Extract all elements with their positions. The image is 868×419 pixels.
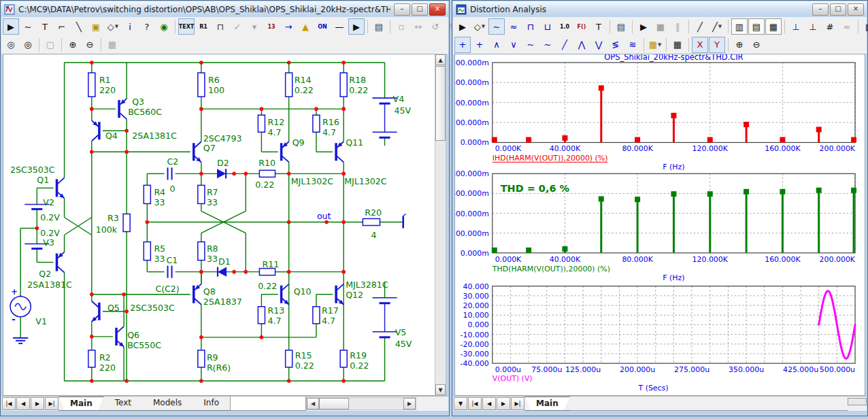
vip-toggle-icon[interactable]: ✓ [229,18,246,35]
text-mode-icon[interactable]: T [37,18,53,35]
tab-info[interactable]: Info [193,397,230,410]
go-to-branch-icon[interactable]: ▦▼ [647,37,663,53]
grid-vertical-icon[interactable]: ▥ [731,18,748,35]
cursor-mode-icon[interactable]: ~ [488,18,505,35]
grid-horizontal-icon[interactable]: ▤ [748,18,765,35]
high-icon[interactable]: ~ [522,37,539,53]
expression-label[interactable]: IHD(HARM(V(OUT)),20000) (%) [493,154,608,163]
dropdown-arrow-icon[interactable]: ▼ [115,24,118,29]
probe-tool-icon[interactable]: ▶ [348,18,365,35]
current-display-toggle-icon[interactable]: → [280,18,297,35]
cursor-axis-1-icon[interactable]: ⊥ [788,18,804,35]
schematic-horizontal-scrollbar[interactable]: ◀ ▶ [306,397,416,410]
horizontal-cursor-icon[interactable]: + [454,37,471,53]
nav-button[interactable]: ▶| [45,397,59,410]
scroll-left-icon[interactable]: ◀ [307,398,319,409]
cursor-axis-2-icon[interactable]: ⊥ [805,18,821,35]
help-mode-icon[interactable]: ? [139,18,155,35]
nav-button[interactable]: |◀ [468,397,482,410]
global-low-icon[interactable]: ⋁ [590,37,607,53]
expression-label[interactable]: THD(HARM(V(OUT)),20000) (%) [492,265,610,273]
tab-main[interactable]: Main [59,397,104,410]
nav-button[interactable]: ▶ [31,397,44,410]
harmonic-mode-icon[interactable]: ≈ [505,18,522,35]
zoom-in-icon[interactable]: ⊕ [731,37,748,53]
smoothing-icon[interactable]: ≈ [839,18,855,35]
find-part-icon[interactable]: ◎ [3,37,19,53]
schematic-vertical-scrollbar[interactable]: ▲ ▼ [435,54,446,396]
dropdown-arrow-icon[interactable]: ▼ [658,42,661,48]
node-number-toggle-icon[interactable]: ⊓ [212,18,229,35]
shape-mode-icon[interactable]: ◇▼ [471,18,488,35]
expression-label[interactable]: V(OUT) (V) [493,374,533,383]
line-tool-icon[interactable]: ╱ [692,18,708,35]
close-button[interactable]: × [429,3,446,16]
analysis-titlebar[interactable]: Distortion Analysis – □ × [453,1,867,18]
wire-mode-icon[interactable]: ~ [20,18,36,35]
stop-icon[interactable]: ■ [652,18,669,35]
select-tool-icon[interactable]: ▶ [3,18,19,35]
box-mode-icon[interactable]: ⊓ [522,18,539,35]
scroll-down-icon[interactable]: ▼ [435,384,446,395]
grid-dots-icon[interactable]: ▦ [765,18,782,35]
nav-button[interactable]: ▶ [497,397,510,410]
dropdown-arrow-icon[interactable]: ▼ [482,24,485,29]
vertical-cursor-icon[interactable]: + [471,37,488,53]
attribute-display-toggle-icon[interactable]: R1 [195,18,212,35]
dropdown-arrow-icon[interactable]: ▼ [718,24,722,29]
nav-button[interactable]: ▶| [511,397,524,410]
tab-text[interactable]: Text [104,397,142,410]
vscroll-thumb[interactable] [435,66,446,141]
scroll-right-icon[interactable]: ▶ [403,398,416,409]
pause-icon[interactable]: ∥ [669,18,686,35]
line-mode-icon[interactable]: ╲ [71,18,87,35]
pin-connection-toggle-icon[interactable]: — [331,18,348,35]
scale-1-0-icon[interactable]: 1.0 [556,18,573,35]
vip-drop-icon[interactable]: ▾ [246,18,263,35]
find-icon[interactable]: ◎ [20,37,36,53]
low-icon[interactable]: ~ [539,37,556,53]
peak-icon[interactable]: ∧ [488,37,505,53]
run-icon[interactable]: ▶ [635,18,652,35]
minimize-button[interactable]: – [812,3,829,16]
minimize-button[interactable]: – [394,3,410,16]
pane-splitter-handle[interactable] [848,398,867,405]
step-mode-icon[interactable]: ⊔ [539,18,556,35]
data-points-icon[interactable]: ▩ [861,18,868,35]
rotate-icon[interactable]: ↺ [427,18,444,35]
properties-icon[interactable]: ▤ [371,18,387,35]
tab-main[interactable]: Main [524,397,570,410]
envelope-lower-icon[interactable]: ≋ [624,37,641,53]
properties-icon[interactable]: ▤ [613,18,629,35]
close-button[interactable]: × [848,3,864,16]
restore-button[interactable]: □ [830,3,846,16]
valley-icon[interactable]: ∨ [505,37,522,53]
select-tool-icon[interactable]: ▶ [454,18,471,35]
component-mode-icon[interactable]: ▣ [88,18,104,35]
tab-models[interactable]: Models [142,397,193,410]
pin-number-toggle-icon[interactable]: 13 [263,18,280,35]
polyline-tool-icon[interactable]: ╱▼ [709,18,725,35]
scale-x-icon[interactable]: X [692,37,708,53]
flag-mode-icon[interactable]: ◉ [156,18,172,35]
cursor-axis-3-icon[interactable]: # [822,18,838,35]
global-high-icon[interactable]: ⋀ [573,37,590,53]
numeric-output-icon[interactable]: ▦ [669,37,686,53]
schematic-titlebar[interactable]: C:\MC9\DATA\Petrov\switching distortion\… [1,1,448,18]
snapshot-icon[interactable]: ▦ [104,37,120,53]
schematic-canvas[interactable]: +-R1220Q3BC560CQ42SA1381CR6100R140.22R18… [3,54,435,396]
zoom-out-icon[interactable]: ⊖ [748,37,765,53]
text-display-toggle-icon[interactable]: TEXT [178,18,195,35]
condition-display-toggle-icon[interactable]: ON [314,18,331,35]
scale-y-icon[interactable]: Y [709,37,725,53]
ortho-wire-mode-icon[interactable]: ⌐ [54,18,70,35]
flip-x-icon[interactable]: ↔ [410,18,427,35]
envelope-upper-icon[interactable]: ≶ [607,37,624,53]
select-box-icon[interactable]: ▫ [393,18,410,35]
text-mode-icon[interactable]: T [590,18,607,35]
shape-mode-icon[interactable]: ◇▼ [105,18,121,35]
hscroll-thumb[interactable] [319,398,349,409]
page-view-icon[interactable]: ▢ [42,37,59,53]
power-display-toggle-icon[interactable]: ▲ [297,18,314,35]
zoom-out-icon[interactable]: ⊖ [82,37,98,53]
